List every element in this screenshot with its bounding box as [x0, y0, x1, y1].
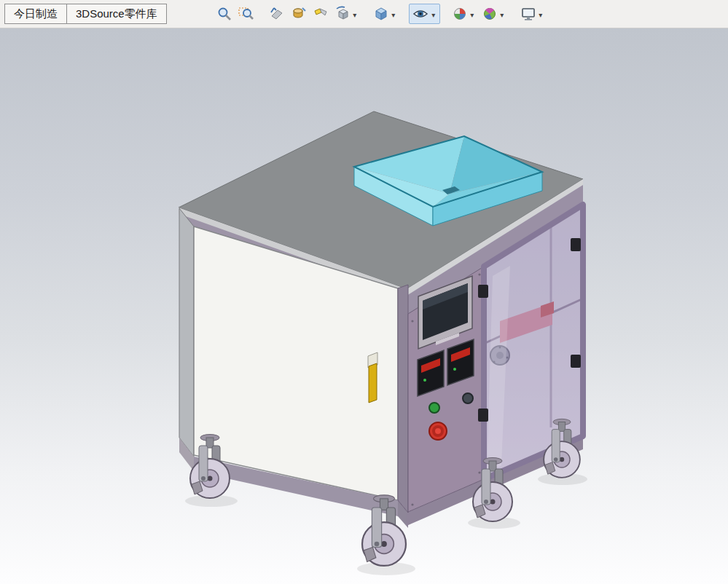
toolbar: 今日制造 3DSource零件库 — [0, 0, 728, 28]
zoom-to-area-button[interactable] — [235, 4, 257, 24]
apply-scene-button[interactable] — [479, 4, 509, 24]
green-start-button — [429, 403, 439, 413]
section-view-icon — [291, 6, 307, 22]
door-handle — [369, 363, 377, 403]
previous-view-icon — [269, 6, 285, 22]
magnifier-area-icon — [238, 6, 254, 22]
emergency-stop-button — [429, 422, 447, 440]
view-orientation-button[interactable] — [332, 4, 361, 24]
monitor-icon — [520, 6, 536, 22]
scene-sphere-icon — [482, 6, 498, 22]
display-style-button[interactable] — [370, 4, 400, 24]
tab-3dsource-parts-library[interactable]: 3DSource零件库 — [67, 4, 167, 24]
control-panel — [408, 267, 484, 512]
flashlight-icon — [313, 6, 329, 22]
chevron-down-icon[interactable] — [430, 9, 437, 20]
view-cube-icon — [334, 6, 351, 22]
magnifier-icon — [216, 6, 232, 22]
chevron-down-icon[interactable] — [498, 9, 506, 20]
shaded-cube-icon — [373, 6, 389, 22]
view-settings-button[interactable] — [517, 4, 547, 24]
door-hinge — [571, 355, 581, 368]
annotation-views-button[interactable] — [310, 4, 332, 24]
chevron-down-icon[interactable] — [390, 9, 397, 20]
tab-jinri-zhizao[interactable]: 今日制造 — [4, 4, 67, 24]
toolbar-tabs: 今日制造 3DSource零件库 — [4, 4, 167, 24]
application-window: 今日制造 3DSource零件库 — [0, 0, 728, 584]
eye-icon — [412, 6, 429, 22]
chevron-down-icon[interactable] — [351, 9, 359, 20]
appearance-ball-icon — [452, 6, 468, 22]
door-hinge — [478, 285, 488, 298]
door-hinge — [571, 238, 581, 251]
previous-view-button[interactable] — [266, 4, 288, 24]
machine-cabinet-model[interactable] — [0, 28, 728, 584]
zoom-to-fit-button[interactable] — [214, 4, 235, 24]
center-frame-post — [398, 285, 408, 513]
view-toolbar — [214, 4, 547, 24]
edit-appearance-button[interactable] — [449, 4, 479, 24]
3d-viewport[interactable] — [0, 28, 728, 584]
black-selector-button — [463, 393, 473, 403]
left-frame-post — [179, 208, 194, 457]
door-hinge — [478, 409, 488, 422]
hide-show-items-button[interactable] — [409, 4, 440, 24]
chevron-down-icon[interactable] — [469, 9, 476, 20]
chevron-down-icon[interactable] — [537, 9, 544, 20]
section-view-button[interactable] — [288, 4, 310, 24]
